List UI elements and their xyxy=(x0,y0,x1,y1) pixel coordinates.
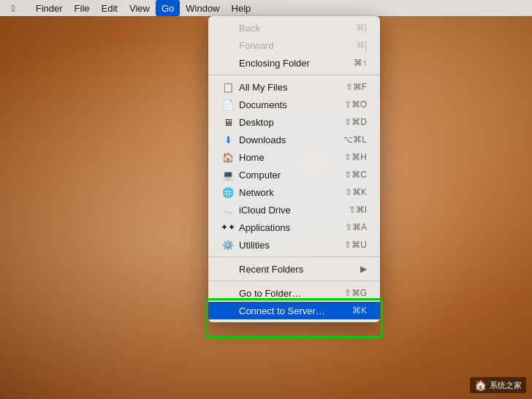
applications-shortcut: ⇧⌘A xyxy=(345,222,367,232)
menu-item-enclosing-folder[interactable]: Enclosing Folder ⌘↑ xyxy=(208,54,380,72)
icloud-drive-label: iCloud Drive xyxy=(239,205,349,216)
network-shortcut: ⇧⌘K xyxy=(345,187,367,197)
watermark-icon: 🏠 xyxy=(474,379,487,391)
home-shortcut: ⇧⌘H xyxy=(344,152,367,162)
menu-item-icloud-drive[interactable]: ☁️ iCloud Drive ⇧⌘I xyxy=(208,201,380,218)
downloads-label: Downloads xyxy=(239,134,343,145)
menu-item-documents[interactable]: 📄 Documents ⇧⌘O xyxy=(208,96,380,113)
menubar-go[interactable]: Go xyxy=(156,0,180,16)
documents-shortcut: ⇧⌘O xyxy=(344,99,367,110)
menubar-edit[interactable]: Edit xyxy=(96,0,123,16)
menubar-file[interactable]: File xyxy=(69,0,96,16)
computer-label: Computer xyxy=(239,170,344,180)
all-my-files-label: All My Files xyxy=(239,82,346,93)
menubar-view[interactable]: View xyxy=(123,0,156,16)
back-icon xyxy=(221,21,235,34)
home-icon: 🏠 xyxy=(221,151,235,164)
menu-item-applications[interactable]: ✦✦ Applications ⇧⌘A xyxy=(208,218,380,236)
menu-item-connect-to-server[interactable]: Connect to Server… ⌘K xyxy=(208,302,380,319)
computer-shortcut: ⇧⌘C xyxy=(344,170,367,180)
utilities-icon: ⚙️ xyxy=(221,238,235,251)
connect-to-server-shortcut: ⌘K xyxy=(352,305,367,316)
desktop-shortcut: ⇧⌘D xyxy=(344,117,367,127)
documents-icon: 📄 xyxy=(221,98,235,111)
menu-item-computer[interactable]: 💻 Computer ⇧⌘C xyxy=(208,166,380,183)
separator-3 xyxy=(208,281,380,281)
applications-label: Applications xyxy=(239,222,345,233)
forward-shortcut: ⌘] xyxy=(356,40,367,50)
menu-item-home[interactable]: 🏠 Home ⇧⌘H xyxy=(208,148,380,166)
icloud-drive-icon: ☁️ xyxy=(221,203,235,216)
enclosing-folder-icon xyxy=(221,56,235,69)
back-label: Back xyxy=(239,23,356,34)
downloads-icon: ⬇ xyxy=(221,133,235,146)
menubar-window[interactable]: Window xyxy=(180,0,225,16)
menu-item-utilities[interactable]: ⚙️ Utilities ⇧⌘U xyxy=(208,236,380,254)
icloud-drive-shortcut: ⇧⌘I xyxy=(349,205,367,215)
desktop-label: Desktop xyxy=(239,117,344,128)
go-to-folder-icon xyxy=(221,286,235,300)
recent-folders-label: Recent Folders xyxy=(239,264,360,275)
enclosing-folder-shortcut: ⌘↑ xyxy=(354,58,367,68)
separator-1 xyxy=(208,75,380,75)
documents-label: Documents xyxy=(239,99,344,110)
recent-folders-icon xyxy=(221,262,235,276)
recent-folders-arrow: ▶ xyxy=(360,264,367,274)
network-icon: 🌐 xyxy=(221,186,235,199)
forward-icon xyxy=(221,39,235,52)
connect-to-server-icon xyxy=(221,304,235,317)
applications-icon: ✦✦ xyxy=(221,221,235,234)
watermark: 🏠 系统之家 xyxy=(470,377,526,393)
home-label: Home xyxy=(239,152,344,163)
menu-item-desktop[interactable]: 🖥 Desktop ⇧⌘D xyxy=(208,113,380,131)
computer-icon: 💻 xyxy=(221,168,235,181)
menu-item-forward[interactable]: Forward ⌘] xyxy=(208,37,380,54)
menubar-finder[interactable]: Finder xyxy=(30,0,69,16)
menu-item-recent-folders[interactable]: Recent Folders ▶ xyxy=(208,260,380,278)
menubar-help[interactable]: Help xyxy=(226,0,257,16)
watermark-text: 系统之家 xyxy=(490,380,522,391)
back-shortcut: ⌘[ xyxy=(356,23,367,33)
menu-item-go-to-folder[interactable]: Go to Folder… ⇧⌘G xyxy=(208,284,380,302)
utilities-label: Utilities xyxy=(239,240,344,251)
menubar:  Finder File Edit View Go Window Help xyxy=(0,0,532,16)
forward-label: Forward xyxy=(239,40,356,51)
menu-item-all-my-files[interactable]: 📋 All My Files ⇧⌘F xyxy=(208,78,380,96)
desktop-icon: 🖥 xyxy=(221,115,235,129)
utilities-shortcut: ⇧⌘U xyxy=(344,240,367,250)
go-menu-dropdown: Back ⌘[ Forward ⌘] Enclosing Folder ⌘↑ 📋… xyxy=(208,16,380,322)
connect-to-server-label: Connect to Server… xyxy=(239,305,352,316)
menu-item-network[interactable]: 🌐 Network ⇧⌘K xyxy=(208,183,380,201)
downloads-shortcut: ⌥⌘L xyxy=(343,134,367,145)
menu-item-back[interactable]: Back ⌘[ xyxy=(208,19,380,37)
menu-item-downloads[interactable]: ⬇ Downloads ⌥⌘L xyxy=(208,131,380,148)
go-to-folder-shortcut: ⇧⌘G xyxy=(344,288,367,298)
network-label: Network xyxy=(239,187,345,198)
apple-menu[interactable]:  xyxy=(6,0,21,16)
separator-2 xyxy=(208,256,380,257)
go-to-folder-label: Go to Folder… xyxy=(239,288,344,299)
enclosing-folder-label: Enclosing Folder xyxy=(239,58,354,69)
all-my-files-icon: 📋 xyxy=(221,80,235,94)
all-my-files-shortcut: ⇧⌘F xyxy=(346,82,367,92)
